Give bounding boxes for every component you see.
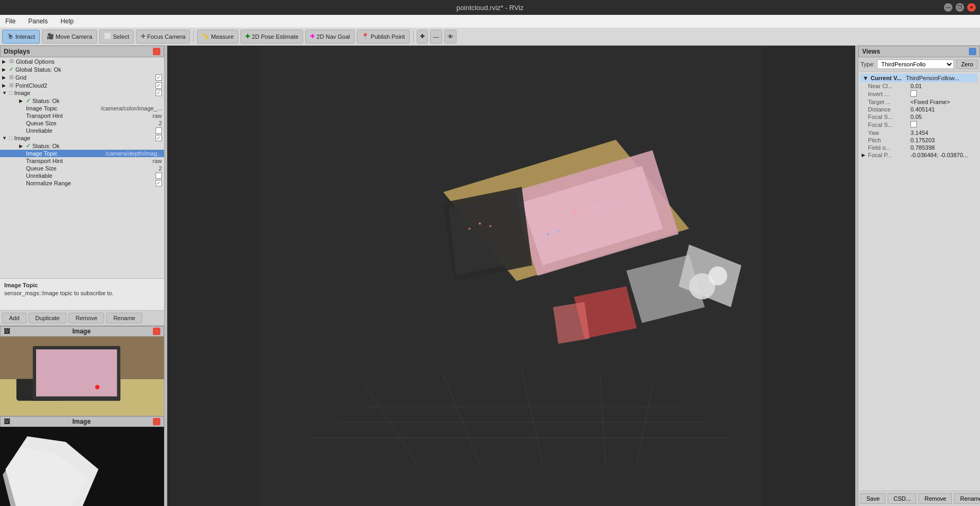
- views-prop-near-clip[interactable]: Near Cl... 0.01: [861, 82, 978, 90]
- display-image2-unreliable[interactable]: Unreliable: [0, 172, 164, 179]
- menu-help[interactable]: Help: [57, 16, 77, 26]
- image-panel-2-close[interactable]: [153, 418, 160, 425]
- unreliable2-checkbox[interactable]: [156, 173, 162, 179]
- display-image1-unreliable[interactable]: Unreliable: [0, 127, 164, 134]
- pointcloud2-checkbox[interactable]: [156, 82, 162, 89]
- display-pointcloud2[interactable]: ▶ ⊞ PointCloud2: [0, 81, 164, 89]
- display-image2-queue[interactable]: Queue Size 2: [0, 165, 164, 172]
- prop-key: Target ...: [868, 99, 910, 105]
- display-image2-status[interactable]: ▶ ✓ Status: Ok: [0, 142, 164, 150]
- views-current-row[interactable]: ▼ Current V... ThirdPersonFollow...: [861, 74, 978, 82]
- prop-key: Near Cl...: [868, 83, 910, 89]
- prop-val: -0.036484; -0.03870...: [910, 152, 968, 158]
- prop-key: Yaw: [868, 130, 910, 136]
- focus-camera-button[interactable]: ✛ Focus Camera: [136, 30, 190, 44]
- checkbox-icon: [156, 74, 162, 81]
- displays-panel: Displays ▶ ⚙ Global Options ▶ ✓ Global S…: [0, 46, 164, 325]
- minimize-button[interactable]: —: [944, 3, 952, 12]
- views-prop-focal-point[interactable]: ▶ Focal P... -0.036484; -0.03870...: [861, 151, 978, 159]
- toolbar-plus-button[interactable]: ✚: [417, 30, 428, 44]
- measure-icon: 📏: [202, 33, 209, 40]
- pose-estimate-button[interactable]: ✚ 2D Pose Estimate: [240, 30, 303, 44]
- display-image1-status[interactable]: ▶ ✓ Status: Ok: [0, 97, 164, 105]
- display-image2[interactable]: ▼ □ Image: [0, 134, 164, 142]
- display-label: Image: [14, 135, 154, 141]
- rename-button[interactable]: Rename: [106, 313, 142, 323]
- image-panel-2-title: Image: [72, 418, 91, 425]
- views-rename-button[interactable]: Rename: [954, 493, 980, 504]
- menu-panels[interactable]: Panels: [25, 16, 51, 26]
- views-close-button[interactable]: [969, 48, 976, 55]
- interact-button[interactable]: 🖱 Interact: [2, 30, 40, 44]
- views-prop-invert[interactable]: Invert ...: [861, 90, 978, 98]
- image2-checkbox[interactable]: [156, 135, 162, 141]
- display-label: Image Topic: [26, 105, 99, 112]
- image-panel-1: 🖼 Image: [0, 325, 164, 416]
- display-image1-queue[interactable]: Queue Size 2: [0, 119, 164, 127]
- maximize-button[interactable]: ❐: [956, 3, 964, 12]
- close-button[interactable]: ✕: [967, 3, 976, 12]
- move-camera-button[interactable]: 🎥 Move Camera: [42, 30, 97, 44]
- duplicate-button[interactable]: Duplicate: [29, 313, 67, 323]
- views-zero-button[interactable]: Zero: [956, 59, 978, 69]
- invert-checkbox[interactable]: [910, 90, 917, 97]
- image-panel-1-header: 🖼 Image: [0, 326, 164, 337]
- displays-list[interactable]: ▶ ⚙ Global Options ▶ ✓ Global Status: Ok…: [0, 57, 164, 278]
- focal-s-checkbox[interactable]: [910, 121, 917, 127]
- unreliable1-checkbox[interactable]: [156, 127, 162, 134]
- svg-point-41: [479, 222, 481, 225]
- displays-close-button[interactable]: [153, 48, 160, 55]
- expand-arrow: ▶: [2, 83, 7, 88]
- svg-point-8: [95, 385, 99, 389]
- views-prop-field-of-view[interactable]: Field o... 0.785398: [861, 144, 978, 151]
- nav-goal-button[interactable]: ✚ 2D Nav Goal: [305, 30, 355, 44]
- display-image1-transport[interactable]: Transport Hint raw: [0, 112, 164, 119]
- interact-icon: 🖱: [7, 32, 14, 40]
- menu-file[interactable]: File: [2, 16, 19, 26]
- image-panel-1-close[interactable]: [153, 328, 160, 335]
- left-panel: Displays ▶ ⚙ Global Options ▶ ✓ Global S…: [0, 46, 165, 506]
- publish-point-button[interactable]: 📍 Publish Point: [357, 30, 409, 44]
- center-3d-view[interactable]: [167, 46, 855, 506]
- display-global-options[interactable]: ▶ ⚙ Global Options: [0, 57, 164, 65]
- measure-button[interactable]: 📏 Measure: [197, 30, 238, 44]
- select-button[interactable]: ⬜ Select: [99, 30, 134, 44]
- expand-arrow: ▶: [862, 152, 868, 158]
- display-label: Grid: [15, 74, 154, 81]
- views-prop-focal-s1[interactable]: Focal S... 0.05: [861, 113, 978, 121]
- title-controls: — ❐ ✕: [944, 3, 976, 12]
- image-panel-1-icon: 🖼: [4, 328, 10, 335]
- views-csd-button[interactable]: CSD...: [888, 493, 916, 504]
- views-prop-distance[interactable]: Distance 0.405141: [861, 106, 978, 113]
- normalize-checkbox[interactable]: [156, 180, 162, 186]
- display-grid[interactable]: ▶ ⊞ Grid: [0, 73, 164, 81]
- display-value: /camera/color/image_...: [101, 105, 162, 112]
- views-title: Views: [862, 48, 880, 55]
- display-global-status[interactable]: ▶ ✓ Global Status: Ok: [0, 65, 164, 73]
- display-image2-topic[interactable]: Image Topic /camera/depth/imag...: [0, 150, 164, 157]
- display-image1[interactable]: ▼ □ Image: [0, 89, 164, 97]
- display-image2-transport[interactable]: Transport Hint raw: [0, 157, 164, 165]
- display-value: /camera/depth/imag...: [106, 150, 162, 157]
- toolbar-minus-button[interactable]: —: [430, 30, 442, 44]
- grid-checkbox[interactable]: [156, 74, 162, 81]
- views-bottom: Save CSD... Remove Rename: [858, 491, 980, 506]
- views-type-select[interactable]: ThirdPersonFollo FPS Orbit TopDownOrtho …: [877, 59, 954, 69]
- display-label: Queue Size: [26, 120, 157, 126]
- toolbar-camera-button[interactable]: 👁: [444, 30, 457, 44]
- views-prop-target[interactable]: Target ... <Fixed Frame>: [861, 98, 978, 106]
- views-remove-button[interactable]: Remove: [918, 493, 952, 504]
- select-icon: ⬜: [104, 33, 111, 40]
- views-save-button[interactable]: Save: [861, 493, 886, 504]
- remove-button[interactable]: Remove: [68, 313, 104, 323]
- display-image1-topic[interactable]: Image Topic /camera/color/image_...: [0, 105, 164, 112]
- views-prop-yaw[interactable]: Yaw 3.1454: [861, 129, 978, 136]
- prop-val: 3.1454: [910, 130, 929, 136]
- views-prop-focal-s2[interactable]: Focal S...: [861, 121, 978, 129]
- image1-checkbox[interactable]: [156, 90, 162, 96]
- prop-val: 0.05: [910, 114, 922, 120]
- display-image2-normalize[interactable]: Normalize Range: [0, 179, 164, 187]
- add-button[interactable]: Add: [2, 313, 27, 323]
- views-prop-pitch[interactable]: Pitch 0.175203: [861, 136, 978, 144]
- pose-estimate-icon: ✚: [245, 33, 250, 40]
